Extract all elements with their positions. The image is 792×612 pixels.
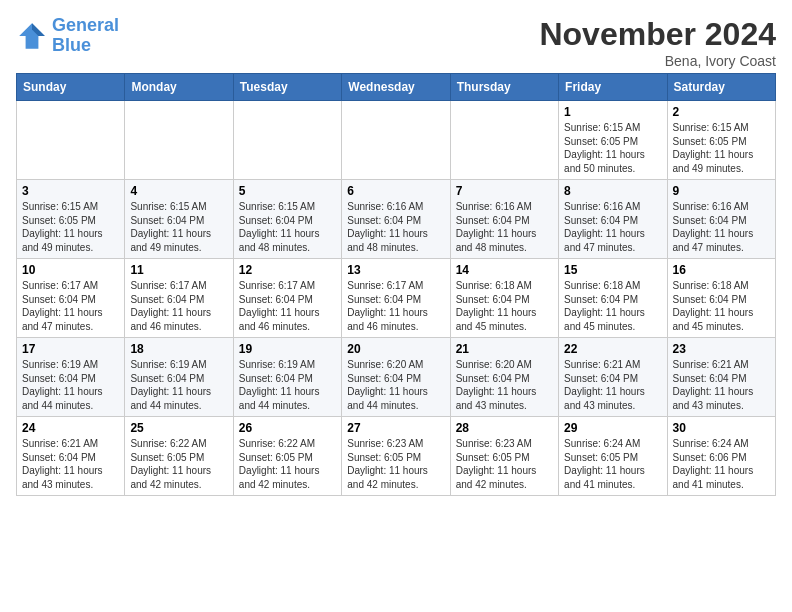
calendar-cell: 18Sunrise: 6:19 AMSunset: 6:04 PMDayligh… xyxy=(125,338,233,417)
logo-icon xyxy=(16,20,48,52)
logo-text: General Blue xyxy=(52,16,119,56)
day-info: Sunrise: 6:17 AMSunset: 6:04 PMDaylight:… xyxy=(347,279,444,333)
day-info: Sunrise: 6:24 AMSunset: 6:05 PMDaylight:… xyxy=(564,437,661,491)
title-area: November 2024 Bena, Ivory Coast xyxy=(539,16,776,69)
day-info: Sunrise: 6:18 AMSunset: 6:04 PMDaylight:… xyxy=(456,279,553,333)
calendar-cell: 4Sunrise: 6:15 AMSunset: 6:04 PMDaylight… xyxy=(125,180,233,259)
calendar-cell: 26Sunrise: 6:22 AMSunset: 6:05 PMDayligh… xyxy=(233,417,341,496)
calendar-cell: 27Sunrise: 6:23 AMSunset: 6:05 PMDayligh… xyxy=(342,417,450,496)
day-info: Sunrise: 6:15 AMSunset: 6:05 PMDaylight:… xyxy=(673,121,770,175)
weekday-header-saturday: Saturday xyxy=(667,74,775,101)
day-number: 9 xyxy=(673,184,770,198)
day-number: 1 xyxy=(564,105,661,119)
day-number: 20 xyxy=(347,342,444,356)
calendar-cell xyxy=(125,101,233,180)
calendar-cell: 21Sunrise: 6:20 AMSunset: 6:04 PMDayligh… xyxy=(450,338,558,417)
day-info: Sunrise: 6:23 AMSunset: 6:05 PMDaylight:… xyxy=(456,437,553,491)
day-number: 14 xyxy=(456,263,553,277)
day-number: 17 xyxy=(22,342,119,356)
calendar-cell: 24Sunrise: 6:21 AMSunset: 6:04 PMDayligh… xyxy=(17,417,125,496)
day-number: 3 xyxy=(22,184,119,198)
calendar-cell: 22Sunrise: 6:21 AMSunset: 6:04 PMDayligh… xyxy=(559,338,667,417)
calendar-cell xyxy=(17,101,125,180)
calendar-cell: 17Sunrise: 6:19 AMSunset: 6:04 PMDayligh… xyxy=(17,338,125,417)
day-info: Sunrise: 6:17 AMSunset: 6:04 PMDaylight:… xyxy=(130,279,227,333)
day-number: 2 xyxy=(673,105,770,119)
month-title: November 2024 xyxy=(539,16,776,53)
calendar-cell: 10Sunrise: 6:17 AMSunset: 6:04 PMDayligh… xyxy=(17,259,125,338)
day-number: 25 xyxy=(130,421,227,435)
day-number: 12 xyxy=(239,263,336,277)
day-info: Sunrise: 6:22 AMSunset: 6:05 PMDaylight:… xyxy=(130,437,227,491)
calendar-cell: 15Sunrise: 6:18 AMSunset: 6:04 PMDayligh… xyxy=(559,259,667,338)
calendar-table: SundayMondayTuesdayWednesdayThursdayFrid… xyxy=(16,73,776,496)
calendar-cell: 29Sunrise: 6:24 AMSunset: 6:05 PMDayligh… xyxy=(559,417,667,496)
day-number: 11 xyxy=(130,263,227,277)
calendar-cell: 19Sunrise: 6:19 AMSunset: 6:04 PMDayligh… xyxy=(233,338,341,417)
day-number: 27 xyxy=(347,421,444,435)
day-info: Sunrise: 6:16 AMSunset: 6:04 PMDaylight:… xyxy=(564,200,661,254)
day-number: 8 xyxy=(564,184,661,198)
calendar-cell: 1Sunrise: 6:15 AMSunset: 6:05 PMDaylight… xyxy=(559,101,667,180)
calendar-cell: 6Sunrise: 6:16 AMSunset: 6:04 PMDaylight… xyxy=(342,180,450,259)
calendar-cell: 8Sunrise: 6:16 AMSunset: 6:04 PMDaylight… xyxy=(559,180,667,259)
weekday-header-thursday: Thursday xyxy=(450,74,558,101)
day-info: Sunrise: 6:15 AMSunset: 6:05 PMDaylight:… xyxy=(564,121,661,175)
calendar-cell: 14Sunrise: 6:18 AMSunset: 6:04 PMDayligh… xyxy=(450,259,558,338)
day-number: 24 xyxy=(22,421,119,435)
day-info: Sunrise: 6:15 AMSunset: 6:04 PMDaylight:… xyxy=(130,200,227,254)
day-number: 18 xyxy=(130,342,227,356)
day-number: 13 xyxy=(347,263,444,277)
calendar-week-5: 24Sunrise: 6:21 AMSunset: 6:04 PMDayligh… xyxy=(17,417,776,496)
logo: General Blue xyxy=(16,16,119,56)
day-info: Sunrise: 6:16 AMSunset: 6:04 PMDaylight:… xyxy=(347,200,444,254)
calendar-week-1: 1Sunrise: 6:15 AMSunset: 6:05 PMDaylight… xyxy=(17,101,776,180)
day-number: 26 xyxy=(239,421,336,435)
calendar-cell: 28Sunrise: 6:23 AMSunset: 6:05 PMDayligh… xyxy=(450,417,558,496)
day-info: Sunrise: 6:23 AMSunset: 6:05 PMDaylight:… xyxy=(347,437,444,491)
calendar-cell: 30Sunrise: 6:24 AMSunset: 6:06 PMDayligh… xyxy=(667,417,775,496)
calendar-cell: 2Sunrise: 6:15 AMSunset: 6:05 PMDaylight… xyxy=(667,101,775,180)
day-info: Sunrise: 6:21 AMSunset: 6:04 PMDaylight:… xyxy=(22,437,119,491)
weekday-header-tuesday: Tuesday xyxy=(233,74,341,101)
location: Bena, Ivory Coast xyxy=(539,53,776,69)
calendar-cell: 23Sunrise: 6:21 AMSunset: 6:04 PMDayligh… xyxy=(667,338,775,417)
calendar-cell: 20Sunrise: 6:20 AMSunset: 6:04 PMDayligh… xyxy=(342,338,450,417)
day-info: Sunrise: 6:16 AMSunset: 6:04 PMDaylight:… xyxy=(673,200,770,254)
day-number: 19 xyxy=(239,342,336,356)
calendar-cell: 7Sunrise: 6:16 AMSunset: 6:04 PMDaylight… xyxy=(450,180,558,259)
calendar-cell xyxy=(233,101,341,180)
calendar-week-3: 10Sunrise: 6:17 AMSunset: 6:04 PMDayligh… xyxy=(17,259,776,338)
calendar-body: 1Sunrise: 6:15 AMSunset: 6:05 PMDaylight… xyxy=(17,101,776,496)
day-info: Sunrise: 6:19 AMSunset: 6:04 PMDaylight:… xyxy=(22,358,119,412)
weekday-header-friday: Friday xyxy=(559,74,667,101)
calendar-cell: 25Sunrise: 6:22 AMSunset: 6:05 PMDayligh… xyxy=(125,417,233,496)
header: General Blue November 2024 Bena, Ivory C… xyxy=(16,16,776,69)
day-info: Sunrise: 6:18 AMSunset: 6:04 PMDaylight:… xyxy=(673,279,770,333)
weekday-header-wednesday: Wednesday xyxy=(342,74,450,101)
day-info: Sunrise: 6:15 AMSunset: 6:04 PMDaylight:… xyxy=(239,200,336,254)
day-info: Sunrise: 6:19 AMSunset: 6:04 PMDaylight:… xyxy=(239,358,336,412)
calendar-week-2: 3Sunrise: 6:15 AMSunset: 6:05 PMDaylight… xyxy=(17,180,776,259)
day-number: 4 xyxy=(130,184,227,198)
day-number: 29 xyxy=(564,421,661,435)
calendar-cell: 9Sunrise: 6:16 AMSunset: 6:04 PMDaylight… xyxy=(667,180,775,259)
day-info: Sunrise: 6:17 AMSunset: 6:04 PMDaylight:… xyxy=(22,279,119,333)
day-number: 21 xyxy=(456,342,553,356)
day-number: 28 xyxy=(456,421,553,435)
calendar-cell xyxy=(342,101,450,180)
calendar-cell: 5Sunrise: 6:15 AMSunset: 6:04 PMDaylight… xyxy=(233,180,341,259)
day-number: 10 xyxy=(22,263,119,277)
calendar-cell: 11Sunrise: 6:17 AMSunset: 6:04 PMDayligh… xyxy=(125,259,233,338)
day-info: Sunrise: 6:22 AMSunset: 6:05 PMDaylight:… xyxy=(239,437,336,491)
day-number: 5 xyxy=(239,184,336,198)
day-info: Sunrise: 6:16 AMSunset: 6:04 PMDaylight:… xyxy=(456,200,553,254)
calendar-cell xyxy=(450,101,558,180)
calendar-cell: 13Sunrise: 6:17 AMSunset: 6:04 PMDayligh… xyxy=(342,259,450,338)
day-info: Sunrise: 6:21 AMSunset: 6:04 PMDaylight:… xyxy=(564,358,661,412)
calendar-cell: 12Sunrise: 6:17 AMSunset: 6:04 PMDayligh… xyxy=(233,259,341,338)
day-info: Sunrise: 6:17 AMSunset: 6:04 PMDaylight:… xyxy=(239,279,336,333)
day-number: 6 xyxy=(347,184,444,198)
day-number: 16 xyxy=(673,263,770,277)
calendar-cell: 16Sunrise: 6:18 AMSunset: 6:04 PMDayligh… xyxy=(667,259,775,338)
